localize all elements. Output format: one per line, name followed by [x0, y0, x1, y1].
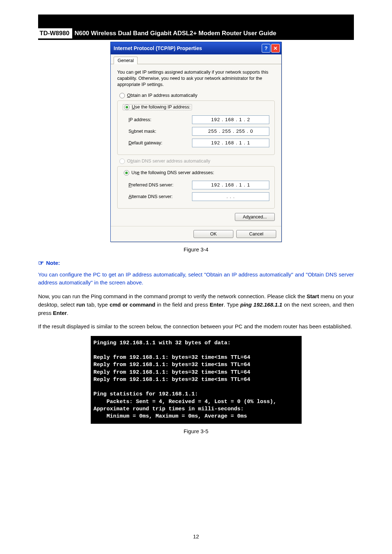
- ip-address-label: IP address:: [123, 117, 192, 122]
- default-gateway-input[interactable]: 192 . 168 . 1 . 1: [192, 139, 269, 147]
- dns-address-group: Use the following DNS server addresses: …: [117, 166, 275, 209]
- tab-general[interactable]: General: [114, 57, 138, 64]
- radio-icon: [124, 104, 130, 110]
- page-header: TD-W8980 N600 Wireless Dual Band Gigabit…: [38, 28, 354, 40]
- help-button[interactable]: ?: [262, 44, 270, 53]
- radio-icon: [124, 170, 129, 176]
- tcp-ip-properties-dialog: Internet Protocol (TCP/IP) Properties ? …: [110, 42, 282, 242]
- subnet-mask-input[interactable]: 255 . 255 . 255 . 0: [192, 127, 269, 136]
- radio-obtain-ip-auto[interactable]: Obtain an IP address automatically: [119, 93, 275, 98]
- radio-label-part: the following DNS server addresses:: [139, 170, 214, 175]
- radio-label-part: tain DNS server address automatically: [133, 159, 211, 164]
- radio-label-part: se the following IP address:: [135, 104, 191, 110]
- radio-label-part: O: [127, 159, 131, 164]
- preferred-dns-label: Preferred DNS server:: [123, 182, 192, 188]
- radio-use-following-dns[interactable]: Use the following DNS server addresses:: [123, 170, 215, 176]
- note-heading-text: Note:: [46, 260, 60, 266]
- ip-address-group: Use the following IP address: IP address…: [117, 100, 275, 155]
- dialog-title: Internet Protocol (TCP/IP) Properties: [114, 45, 261, 51]
- default-gateway-label: Default gateway:: [123, 140, 192, 145]
- pointing-hand-icon: ☞: [38, 259, 44, 267]
- alternate-dns-input[interactable]: . . .: [192, 192, 269, 201]
- guide-title: N600 Wireless Dual Band Gigabit ADSL2+ M…: [72, 28, 354, 38]
- radio-label-part: btain an IP address automatically: [131, 93, 197, 98]
- cancel-button[interactable]: Cancel: [236, 230, 276, 238]
- ping-instructions-paragraph: Now, you can run the Ping command in the…: [38, 292, 354, 317]
- result-paragraph: If the result displayed is similar to th…: [38, 322, 354, 331]
- radio-use-following-ip[interactable]: Use the following IP address:: [123, 104, 192, 110]
- header-black-strip: [38, 15, 354, 28]
- product-model: TD-W8980: [38, 28, 72, 38]
- page-number: 12: [0, 533, 392, 539]
- radio-label-part: Us: [131, 170, 137, 175]
- dialog-titlebar[interactable]: Internet Protocol (TCP/IP) Properties ? …: [111, 42, 281, 54]
- radio-icon: [119, 159, 125, 164]
- radio-label-part: O: [127, 93, 131, 98]
- alternate-dns-label: Alternate DNS server:: [123, 194, 192, 199]
- figure-3-4-caption: Figure 3-4: [38, 246, 354, 253]
- command-prompt-output: Pinging 192.168.1.1 with 32 bytes of dat…: [91, 336, 302, 424]
- dialog-description: You can get IP settings assigned automat…: [117, 69, 275, 88]
- radio-obtain-dns-auto: Obtain DNS server address automatically: [119, 159, 275, 164]
- ip-address-input[interactable]: 192 . 168 . 1 . 2: [192, 115, 269, 124]
- close-button[interactable]: ✕: [271, 44, 280, 53]
- note-paragraph: You can configure the PC to get an IP ad…: [38, 271, 354, 287]
- preferred-dns-input[interactable]: 192 . 168 . 1 . 1: [192, 181, 269, 189]
- radio-label-part: U: [132, 104, 135, 110]
- radio-icon: [119, 93, 125, 98]
- subnet-mask-label: Subnet mask:: [123, 129, 192, 134]
- note-heading: ☞ Note:: [38, 259, 354, 267]
- ok-button[interactable]: OK: [193, 230, 233, 238]
- advanced-button[interactable]: Advanced...: [235, 213, 275, 221]
- figure-3-5-caption: Figure 3-5: [38, 428, 354, 434]
